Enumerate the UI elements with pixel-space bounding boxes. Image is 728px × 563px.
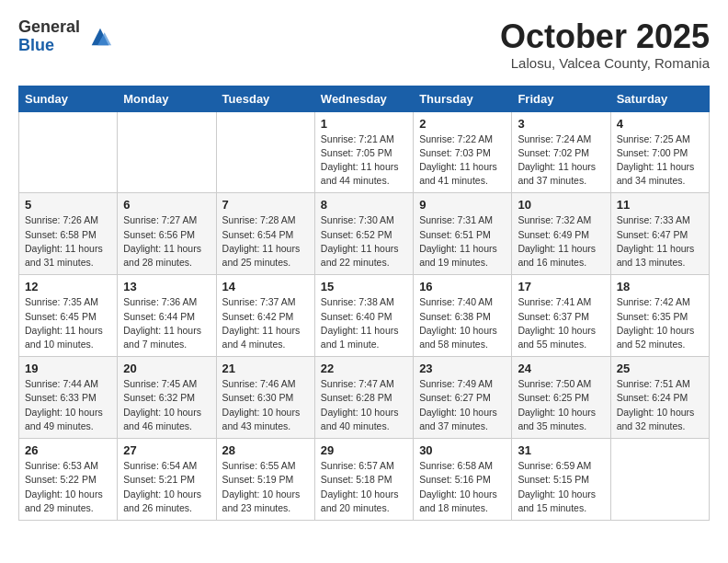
day-number: 9	[419, 198, 506, 212]
logo: General Blue	[18, 18, 113, 55]
day-info: Sunrise: 7:45 AM Sunset: 6:32 PM Dayligh…	[123, 377, 210, 433]
calendar-day-cell	[216, 111, 314, 193]
weekday-header: Sunday	[19, 86, 118, 111]
calendar-day-cell: 13Sunrise: 7:36 AM Sunset: 6:44 PM Dayli…	[118, 275, 216, 357]
day-info: Sunrise: 7:40 AM Sunset: 6:38 PM Dayligh…	[419, 295, 506, 351]
day-info: Sunrise: 7:25 AM Sunset: 7:00 PM Dayligh…	[617, 132, 703, 189]
day-number: 6	[123, 198, 210, 212]
calendar-week-row: 5Sunrise: 7:26 AM Sunset: 6:58 PM Daylig…	[19, 193, 710, 275]
day-info: Sunrise: 7:46 AM Sunset: 6:30 PM Dayligh…	[222, 377, 309, 433]
calendar-day-cell: 29Sunrise: 6:57 AM Sunset: 5:18 PM Dayli…	[314, 439, 413, 521]
month-title: October 2025	[500, 18, 710, 55]
day-info: Sunrise: 7:35 AM Sunset: 6:45 PM Dayligh…	[25, 295, 111, 351]
day-number: 23	[419, 362, 506, 375]
weekday-header-row: SundayMondayTuesdayWednesdayThursdayFrid…	[19, 86, 710, 111]
day-info: Sunrise: 7:30 AM Sunset: 6:52 PM Dayligh…	[321, 213, 407, 270]
day-number: 27	[123, 443, 210, 457]
day-info: Sunrise: 6:57 AM Sunset: 5:18 PM Dayligh…	[321, 459, 407, 515]
calendar-day-cell: 6Sunrise: 7:27 AM Sunset: 6:56 PM Daylig…	[118, 193, 216, 275]
day-info: Sunrise: 6:54 AM Sunset: 5:21 PM Dayligh…	[123, 459, 210, 515]
day-info: Sunrise: 7:51 AM Sunset: 6:24 PM Dayligh…	[617, 377, 703, 433]
day-number: 19	[25, 362, 111, 375]
day-number: 4	[617, 117, 703, 131]
day-number: 24	[518, 362, 604, 375]
logo-general-text: General	[18, 18, 80, 37]
calendar-day-cell: 31Sunrise: 6:59 AM Sunset: 5:15 PM Dayli…	[512, 439, 610, 521]
calendar-day-cell: 25Sunrise: 7:51 AM Sunset: 6:24 PM Dayli…	[610, 357, 709, 439]
day-info: Sunrise: 7:42 AM Sunset: 6:35 PM Dayligh…	[617, 295, 703, 351]
day-info: Sunrise: 7:47 AM Sunset: 6:28 PM Dayligh…	[321, 377, 407, 433]
day-info: Sunrise: 6:58 AM Sunset: 5:16 PM Dayligh…	[419, 459, 506, 515]
day-info: Sunrise: 7:31 AM Sunset: 6:51 PM Dayligh…	[419, 213, 506, 270]
calendar-day-cell: 19Sunrise: 7:44 AM Sunset: 6:33 PM Dayli…	[19, 357, 118, 439]
day-number: 21	[222, 362, 309, 375]
calendar-week-row: 19Sunrise: 7:44 AM Sunset: 6:33 PM Dayli…	[19, 357, 710, 439]
weekday-header: Tuesday	[216, 86, 314, 111]
calendar-day-cell: 24Sunrise: 7:50 AM Sunset: 6:25 PM Dayli…	[512, 357, 610, 439]
day-number: 14	[222, 280, 309, 293]
calendar-day-cell: 4Sunrise: 7:25 AM Sunset: 7:00 PM Daylig…	[610, 111, 709, 193]
day-info: Sunrise: 6:53 AM Sunset: 5:22 PM Dayligh…	[25, 459, 111, 515]
day-number: 25	[617, 362, 703, 375]
calendar-day-cell: 15Sunrise: 7:38 AM Sunset: 6:40 PM Dayli…	[314, 275, 413, 357]
day-number: 16	[419, 280, 506, 293]
calendar-day-cell: 27Sunrise: 6:54 AM Sunset: 5:21 PM Dayli…	[118, 439, 216, 521]
day-number: 29	[321, 443, 407, 457]
day-number: 20	[123, 362, 210, 375]
calendar-day-cell: 20Sunrise: 7:45 AM Sunset: 6:32 PM Dayli…	[118, 357, 216, 439]
day-number: 7	[222, 198, 309, 212]
calendar-day-cell: 11Sunrise: 7:33 AM Sunset: 6:47 PM Dayli…	[610, 193, 709, 275]
day-number: 18	[617, 280, 703, 293]
calendar-day-cell: 23Sunrise: 7:49 AM Sunset: 6:27 PM Dayli…	[414, 357, 512, 439]
calendar-day-cell: 14Sunrise: 7:37 AM Sunset: 6:42 PM Dayli…	[216, 275, 314, 357]
calendar-table: SundayMondayTuesdayWednesdayThursdayFrid…	[18, 86, 710, 521]
weekday-header: Thursday	[414, 86, 512, 111]
weekday-header: Monday	[118, 86, 216, 111]
day-info: Sunrise: 7:50 AM Sunset: 6:25 PM Dayligh…	[518, 377, 604, 433]
day-number: 28	[222, 443, 309, 457]
calendar-day-cell: 22Sunrise: 7:47 AM Sunset: 6:28 PM Dayli…	[314, 357, 413, 439]
calendar-day-cell: 3Sunrise: 7:24 AM Sunset: 7:02 PM Daylig…	[512, 111, 610, 193]
day-info: Sunrise: 7:41 AM Sunset: 6:37 PM Dayligh…	[518, 295, 604, 351]
day-info: Sunrise: 7:24 AM Sunset: 7:02 PM Dayligh…	[518, 132, 604, 189]
day-number: 17	[518, 280, 604, 293]
calendar-day-cell: 9Sunrise: 7:31 AM Sunset: 6:51 PM Daylig…	[414, 193, 512, 275]
day-info: Sunrise: 7:22 AM Sunset: 7:03 PM Dayligh…	[419, 132, 506, 189]
day-info: Sunrise: 7:36 AM Sunset: 6:44 PM Dayligh…	[123, 295, 210, 351]
day-number: 31	[518, 443, 604, 457]
day-info: Sunrise: 6:59 AM Sunset: 5:15 PM Dayligh…	[518, 459, 604, 515]
weekday-header: Wednesday	[314, 86, 413, 111]
calendar-day-cell: 8Sunrise: 7:30 AM Sunset: 6:52 PM Daylig…	[314, 193, 413, 275]
calendar-day-cell	[118, 111, 216, 193]
calendar-day-cell: 12Sunrise: 7:35 AM Sunset: 6:45 PM Dayli…	[19, 275, 118, 357]
day-info: Sunrise: 7:44 AM Sunset: 6:33 PM Dayligh…	[25, 377, 111, 433]
day-info: Sunrise: 7:32 AM Sunset: 6:49 PM Dayligh…	[518, 213, 604, 270]
calendar-day-cell: 26Sunrise: 6:53 AM Sunset: 5:22 PM Dayli…	[19, 439, 118, 521]
day-number: 8	[321, 198, 407, 212]
calendar-day-cell: 1Sunrise: 7:21 AM Sunset: 7:05 PM Daylig…	[314, 111, 413, 193]
day-info: Sunrise: 7:37 AM Sunset: 6:42 PM Dayligh…	[222, 295, 309, 351]
calendar-day-cell: 10Sunrise: 7:32 AM Sunset: 6:49 PM Dayli…	[512, 193, 610, 275]
calendar-day-cell: 28Sunrise: 6:55 AM Sunset: 5:19 PM Dayli…	[216, 439, 314, 521]
day-info: Sunrise: 7:49 AM Sunset: 6:27 PM Dayligh…	[419, 377, 506, 433]
title-block: October 2025 Lalosu, Valcea County, Roma…	[500, 18, 710, 71]
day-number: 3	[518, 117, 604, 131]
day-info: Sunrise: 7:33 AM Sunset: 6:47 PM Dayligh…	[617, 213, 703, 270]
calendar-day-cell: 2Sunrise: 7:22 AM Sunset: 7:03 PM Daylig…	[414, 111, 512, 193]
calendar-day-cell: 7Sunrise: 7:28 AM Sunset: 6:54 PM Daylig…	[216, 193, 314, 275]
day-info: Sunrise: 7:38 AM Sunset: 6:40 PM Dayligh…	[321, 295, 407, 351]
day-info: Sunrise: 7:21 AM Sunset: 7:05 PM Dayligh…	[321, 132, 407, 189]
weekday-header: Friday	[512, 86, 610, 111]
day-number: 12	[25, 280, 111, 293]
logo-blue-text: Blue	[18, 37, 80, 55]
weekday-header: Saturday	[610, 86, 709, 111]
calendar-week-row: 26Sunrise: 6:53 AM Sunset: 5:22 PM Dayli…	[19, 439, 710, 521]
day-info: Sunrise: 7:27 AM Sunset: 6:56 PM Dayligh…	[123, 213, 210, 270]
day-number: 1	[321, 117, 407, 131]
location-subtitle: Lalosu, Valcea County, Romania	[500, 55, 710, 71]
calendar-day-cell: 18Sunrise: 7:42 AM Sunset: 6:35 PM Dayli…	[610, 275, 709, 357]
calendar-week-row: 1Sunrise: 7:21 AM Sunset: 7:05 PM Daylig…	[19, 111, 710, 193]
calendar-day-cell: 5Sunrise: 7:26 AM Sunset: 6:58 PM Daylig…	[19, 193, 118, 275]
day-number: 22	[321, 362, 407, 375]
calendar-day-cell: 17Sunrise: 7:41 AM Sunset: 6:37 PM Dayli…	[512, 275, 610, 357]
